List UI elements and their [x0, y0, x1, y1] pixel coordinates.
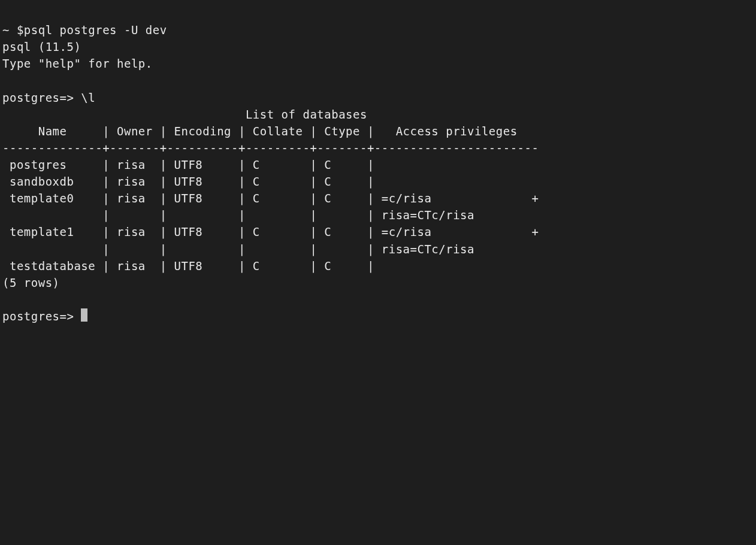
table-row-continuation: | | | | | risa=CTc/risa — [2, 208, 474, 222]
table-header: Name | Owner | Encoding | Collate | Ctyp… — [2, 125, 539, 138]
row-count: (5 rows) — [2, 276, 60, 289]
psql-help-hint: Type "help" for help. — [2, 57, 153, 70]
table-row: sandboxdb | risa | UTF8 | C | C | — [2, 175, 382, 188]
table-title: List of databases — [2, 108, 367, 121]
psql-list-command: postgres=> \l — [2, 91, 95, 104]
table-row: template1 | risa | UTF8 | C | C | =c/ris… — [2, 225, 539, 238]
cursor-icon — [81, 308, 87, 322]
psql-prompt-text: postgres=> — [2, 310, 81, 323]
terminal-output[interactable]: ~ $psql postgres -U dev psql (11.5) Type… — [2, 5, 754, 325]
psql-version-line: psql (11.5) — [2, 40, 81, 53]
scrollbar[interactable] — [754, 0, 756, 545]
table-row-continuation: | | | | | risa=CTc/risa — [2, 243, 474, 256]
psql-prompt-active[interactable]: postgres=> — [2, 310, 87, 323]
table-separator: --------------+-------+----------+------… — [2, 141, 539, 155]
shell-command-line: ~ $psql postgres -U dev — [2, 23, 167, 37]
table-row: testdatabase | risa | UTF8 | C | C | — [2, 259, 382, 272]
table-row: postgres | risa | UTF8 | C | C | — [2, 158, 382, 171]
table-row: template0 | risa | UTF8 | C | C | =c/ris… — [2, 192, 539, 205]
